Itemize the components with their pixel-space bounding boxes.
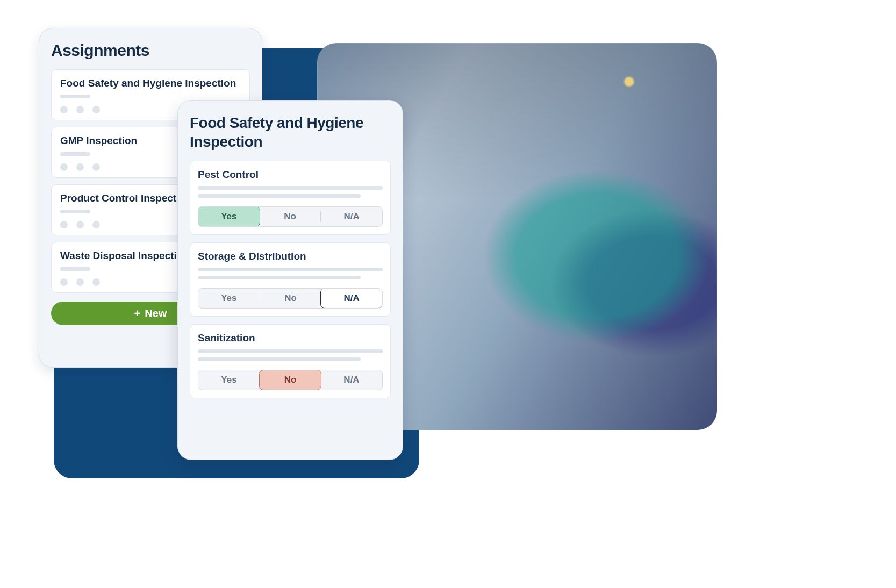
- dot-icon: [92, 221, 100, 228]
- dot-icon: [76, 106, 84, 113]
- dot-icon: [76, 163, 84, 171]
- placeholder-lines: [198, 349, 383, 361]
- answer-no-button[interactable]: No: [260, 207, 321, 226]
- dot-icon: [60, 278, 68, 286]
- answer-na-button[interactable]: N/A: [320, 288, 383, 309]
- answer-na-button[interactable]: N/A: [321, 207, 382, 226]
- answer-na-button[interactable]: N/A: [321, 370, 382, 390]
- answer-yes-button[interactable]: Yes: [198, 206, 260, 227]
- answer-no-button[interactable]: No: [260, 289, 321, 308]
- answer-toggle: Yes No N/A: [198, 288, 383, 309]
- answer-toggle: Yes No N/A: [198, 370, 383, 390]
- dot-icon: [92, 278, 100, 286]
- new-button-label: New: [145, 307, 167, 320]
- dot-icon: [76, 278, 84, 286]
- dot-icon: [60, 221, 68, 228]
- dot-icon: [60, 163, 68, 171]
- dot-icon: [76, 221, 84, 228]
- dot-icon: [92, 163, 100, 171]
- answer-yes-button[interactable]: Yes: [198, 370, 260, 390]
- inspection-card: Food Safety and Hygiene Inspection Pest …: [177, 100, 403, 460]
- answer-yes-button[interactable]: Yes: [198, 289, 260, 308]
- question-title: Pest Control: [198, 169, 383, 181]
- question-list: Pest Control Yes No N/A Storage & Distri…: [190, 161, 391, 398]
- placeholder-lines: [198, 186, 383, 198]
- placeholder-line: [198, 349, 383, 353]
- question-card: Pest Control Yes No N/A: [190, 161, 391, 235]
- assignment-item-title: Food Safety and Hygiene Inspection: [60, 77, 241, 89]
- question-title: Sanitization: [198, 332, 383, 344]
- placeholder-line: [60, 152, 90, 156]
- placeholder-line: [198, 276, 361, 279]
- placeholder-line: [198, 357, 361, 361]
- placeholder-line: [198, 186, 383, 190]
- plus-icon: +: [134, 308, 141, 319]
- assignments-title: Assignments: [51, 41, 250, 60]
- inspection-title: Food Safety and Hygiene Inspection: [190, 113, 391, 151]
- placeholder-lines: [198, 268, 383, 279]
- placeholder-line: [60, 210, 90, 213]
- dot-icon: [60, 106, 68, 113]
- answer-toggle: Yes No N/A: [198, 206, 383, 227]
- placeholder-line: [198, 268, 383, 271]
- dot-icon: [92, 106, 100, 113]
- placeholder-line: [60, 267, 90, 271]
- question-card: Storage & Distribution Yes No N/A: [190, 242, 391, 317]
- placeholder-line: [60, 95, 90, 98]
- question-title: Storage & Distribution: [198, 250, 383, 262]
- answer-no-button[interactable]: No: [259, 370, 321, 390]
- question-card: Sanitization Yes No N/A: [190, 324, 391, 398]
- placeholder-line: [198, 194, 361, 198]
